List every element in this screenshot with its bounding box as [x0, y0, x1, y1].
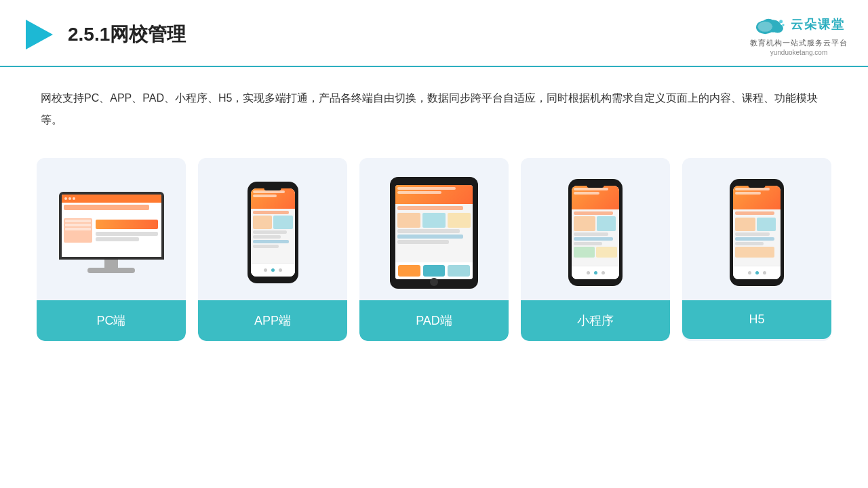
- card-pc: PC端: [37, 158, 186, 341]
- svg-marker-0: [26, 20, 53, 49]
- svg-point-4: [772, 24, 783, 33]
- card-pc-label: PC端: [37, 300, 186, 341]
- app-phone-mockup: [248, 182, 298, 283]
- card-pad-image: [359, 158, 509, 300]
- header-left: 2.5.1网校管理: [20, 17, 186, 52]
- svg-point-7: [782, 24, 784, 26]
- h5-phone-mockup: [730, 179, 784, 286]
- card-app: APP端: [198, 158, 347, 341]
- card-app-image: [198, 158, 347, 300]
- card-pad: PAD端: [359, 158, 509, 341]
- miniprogram-phone-mockup: [568, 179, 623, 286]
- play-icon: [20, 17, 56, 52]
- logo-area: 云朵课堂 教育机构一站式服务云平台 yunduoketang.com: [750, 12, 848, 56]
- card-app-label: APP端: [198, 300, 347, 341]
- logo-text: 云朵课堂: [791, 16, 845, 33]
- page-title: 2.5.1网校管理: [68, 22, 186, 47]
- header: 2.5.1网校管理 云朵课堂 教育机构一站式服务云平台 yunduoketang…: [0, 0, 868, 67]
- cards-container: PC端: [0, 138, 868, 341]
- description: 网校支持PC、APP、PAD、小程序、H5，实现多端打通，产品各终端自由切换，数…: [0, 67, 868, 138]
- card-h5-image: [682, 158, 831, 300]
- logo-tagline: 教育机构一站式服务云平台: [750, 38, 848, 48]
- svg-point-6: [779, 20, 783, 23]
- card-pad-label: PAD端: [359, 300, 509, 341]
- pad-tablet-mockup: [390, 177, 478, 289]
- logo-url: yunduoketang.com: [770, 49, 828, 56]
- card-pc-image: [37, 158, 186, 300]
- card-miniprogram: 小程序: [521, 158, 670, 341]
- card-miniprogram-label: 小程序: [521, 300, 670, 341]
- cloud-icon: [753, 12, 787, 37]
- logo-cloud: 云朵课堂: [753, 12, 845, 37]
- svg-point-5: [758, 22, 773, 32]
- card-miniprogram-image: [521, 158, 670, 300]
- card-h5: H5: [682, 158, 831, 341]
- card-h5-label: H5: [682, 300, 831, 339]
- pc-mockup: [54, 192, 169, 273]
